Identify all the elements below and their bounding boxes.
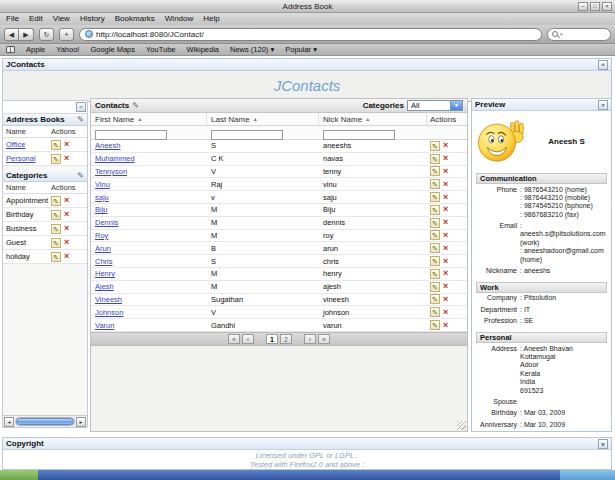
bookmark-item[interactable]: Wikipedia — [187, 44, 220, 56]
collapse-up-icon[interactable]: ^ — [598, 60, 608, 70]
delete-icon[interactable]: × — [443, 205, 448, 214]
address-book-link[interactable]: Office — [6, 140, 25, 149]
menu-item[interactable]: Help — [203, 13, 219, 25]
edit-icon[interactable]: ✎ — [430, 141, 440, 151]
edit-pencil-icon[interactable]: ✎ — [77, 114, 84, 125]
delete-icon[interactable]: × — [443, 231, 448, 240]
scrollbar-thumb[interactable] — [16, 418, 74, 425]
menu-item[interactable]: Bookmarks — [115, 13, 155, 25]
menu-item[interactable]: Window — [165, 13, 193, 25]
contact-first-name-link[interactable]: Tennyson — [95, 167, 127, 176]
collapse-right-icon[interactable]: > — [598, 100, 608, 110]
edit-icon[interactable]: ✎ — [430, 269, 440, 279]
bookmark-item[interactable]: YouTube — [146, 44, 175, 56]
forward-icon[interactable]: ▶ — [19, 28, 34, 41]
prev-page-button[interactable]: ‹ — [242, 334, 254, 344]
delete-icon[interactable]: × — [443, 180, 448, 189]
copyright-line[interactable]: Licensed under GPL or LGPL ; — [3, 451, 611, 460]
edit-icon[interactable]: ✎ — [51, 238, 61, 248]
delete-icon[interactable]: × — [443, 154, 448, 163]
edit-icon[interactable]: ✎ — [51, 224, 61, 234]
delete-icon[interactable]: × — [443, 141, 448, 150]
edit-icon[interactable]: ✎ — [430, 256, 440, 266]
edit-icon[interactable]: ✎ — [430, 294, 440, 304]
delete-icon[interactable]: × — [443, 282, 448, 291]
delete-icon[interactable]: × — [443, 295, 448, 304]
edit-icon[interactable]: ✎ — [51, 252, 61, 262]
edit-icon[interactable]: ✎ — [430, 218, 440, 228]
back-icon[interactable]: ◀ — [4, 28, 19, 41]
edit-icon[interactable]: ✎ — [430, 320, 440, 330]
chevron-down-icon[interactable]: ▼ — [450, 101, 462, 110]
delete-icon[interactable]: × — [64, 238, 69, 247]
delete-icon[interactable]: × — [64, 140, 69, 149]
edit-icon[interactable]: ✎ — [430, 192, 440, 202]
copyright-line[interactable]: Tested with Firefox2.0 and above ; — [3, 460, 611, 469]
contact-first-name-link[interactable]: Henry — [95, 269, 115, 278]
edit-icon[interactable]: ✎ — [51, 154, 61, 164]
contact-first-name-link[interactable]: Johnson — [95, 308, 123, 317]
delete-icon[interactable]: × — [443, 193, 448, 202]
edit-icon[interactable]: ✎ — [430, 243, 440, 253]
page-number[interactable]: 2 — [280, 334, 292, 344]
delete-icon[interactable]: × — [443, 218, 448, 227]
last-page-button[interactable]: » — [318, 334, 330, 344]
edit-icon[interactable]: ✎ — [51, 140, 61, 150]
edit-pencil-icon[interactable]: ✎ — [77, 170, 84, 181]
bookmark-item[interactable]: Apple — [26, 44, 45, 56]
contact-first-name-link[interactable]: Aneesh — [95, 141, 120, 150]
contact-first-name-link[interactable]: Biju — [95, 205, 108, 214]
collapse-down-icon[interactable]: v — [598, 439, 608, 449]
contact-first-name-link[interactable]: Varun — [95, 321, 114, 330]
reload-icon[interactable]: ↻ — [39, 28, 54, 41]
scrollbar-track[interactable] — [15, 417, 75, 426]
bookmark-item[interactable]: Google Maps — [90, 44, 135, 56]
search-engine-caret-icon[interactable]: ▾ — [560, 31, 563, 37]
edit-icon[interactable]: ✎ — [51, 196, 61, 206]
address-book-link[interactable]: Personal — [6, 154, 36, 163]
filter-nick-name-input[interactable] — [323, 130, 395, 140]
delete-icon[interactable]: × — [64, 196, 69, 205]
next-page-button[interactable]: › — [304, 334, 316, 344]
search-input[interactable] — [565, 31, 606, 38]
edit-icon[interactable]: ✎ — [430, 282, 440, 292]
contact-first-name-link[interactable]: Muhammed — [95, 154, 135, 163]
bookmark-item[interactable]: Popular ▾ — [285, 44, 317, 56]
url-input[interactable] — [96, 30, 536, 39]
close-button[interactable]: × — [602, 2, 612, 11]
scroll-right-icon[interactable]: ▸ — [76, 417, 86, 427]
contact-first-name-link[interactable]: Ajesh — [95, 282, 114, 291]
delete-icon[interactable]: × — [443, 167, 448, 176]
contact-first-name-link[interactable]: saju — [95, 193, 109, 202]
delete-icon[interactable]: × — [443, 308, 448, 317]
delete-icon[interactable]: × — [443, 257, 448, 266]
edit-icon[interactable]: ✎ — [51, 210, 61, 220]
delete-icon[interactable]: × — [443, 321, 448, 330]
delete-icon[interactable]: × — [64, 210, 69, 219]
scroll-left-icon[interactable]: ◂ — [4, 417, 14, 427]
menu-item[interactable]: File — [6, 13, 19, 25]
categories-select[interactable]: All ▼ — [407, 100, 463, 111]
menu-item[interactable]: View — [53, 13, 70, 25]
contact-first-name-link[interactable]: Arun — [95, 244, 111, 253]
minimize-button[interactable]: – — [578, 2, 588, 11]
contact-first-name-link[interactable]: Vinu — [95, 180, 110, 189]
edit-icon[interactable]: ✎ — [430, 154, 440, 164]
edit-pencil-icon[interactable]: ✎ — [132, 101, 139, 110]
delete-icon[interactable]: × — [64, 224, 69, 233]
delete-icon[interactable]: × — [64, 252, 69, 261]
contact-first-name-link[interactable]: Chris — [95, 257, 113, 266]
contact-first-name-link[interactable]: Vineesh — [95, 295, 122, 304]
delete-icon[interactable]: × — [443, 269, 448, 278]
first-page-button[interactable]: « — [228, 334, 240, 344]
delete-icon[interactable]: × — [443, 244, 448, 253]
contact-first-name-link[interactable]: Roy — [95, 231, 108, 240]
edit-icon[interactable]: ✎ — [430, 230, 440, 240]
page-number-current[interactable]: 1 — [266, 334, 278, 344]
add-bookmark-icon[interactable]: + — [59, 28, 74, 41]
bookmark-item[interactable]: Yahoo! — [56, 44, 79, 56]
filter-first-name-input[interactable] — [95, 130, 167, 140]
bookmark-item[interactable]: News (120) ▾ — [230, 44, 274, 56]
edit-icon[interactable]: ✎ — [430, 166, 440, 176]
menu-item[interactable]: History — [80, 13, 105, 25]
